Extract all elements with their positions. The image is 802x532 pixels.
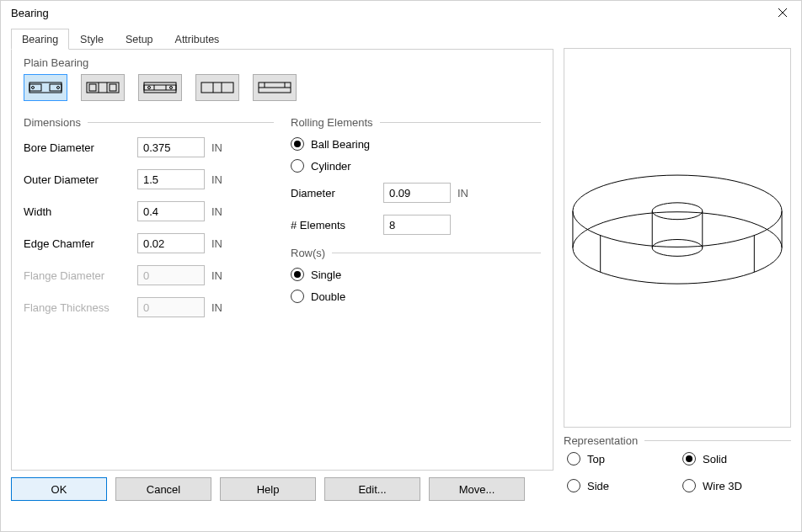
bearing-preview bbox=[564, 48, 791, 428]
svg-point-6 bbox=[57, 87, 60, 89]
flange-thickness-unit: IN bbox=[211, 301, 222, 314]
edge-chamfer-input[interactable] bbox=[137, 233, 205, 253]
repr-side-label: Side bbox=[587, 480, 609, 492]
roller-bearing-icon bbox=[143, 79, 177, 96]
radio-icon bbox=[682, 479, 696, 492]
bearing-type-plain[interactable] bbox=[24, 74, 67, 101]
move-button[interactable]: Move... bbox=[429, 477, 525, 501]
bearing-type-roller[interactable] bbox=[138, 74, 182, 101]
radio-icon bbox=[291, 268, 304, 281]
flange-diameter-unit: IN bbox=[211, 269, 222, 282]
rows-heading: Row(s) bbox=[291, 247, 325, 259]
svg-rect-8 bbox=[89, 84, 96, 91]
edge-chamfer-label: Edge Chamfer bbox=[24, 237, 137, 250]
width-unit: IN bbox=[211, 205, 222, 218]
repr-solid-radio[interactable]: Solid bbox=[682, 452, 788, 466]
edit-button[interactable]: Edit... bbox=[324, 477, 420, 501]
ball-bearing-radio[interactable]: Ball Bearing bbox=[291, 137, 541, 151]
repr-wire3d-radio[interactable]: Wire 3D bbox=[682, 479, 788, 492]
tab-panel-bearing: Plain Bearing bbox=[11, 50, 553, 471]
svg-point-29 bbox=[652, 239, 703, 256]
svg-point-5 bbox=[32, 87, 35, 89]
flange-diameter-label: Flange Diameter bbox=[24, 269, 137, 282]
window-title: Bearing bbox=[11, 7, 49, 19]
double-row-label: Double bbox=[311, 290, 345, 303]
tab-bar: Bearing Style Setup Attributes bbox=[11, 28, 553, 50]
svg-rect-18 bbox=[201, 82, 233, 93]
bore-label: Bore Diameter bbox=[24, 141, 137, 154]
radio-icon bbox=[567, 479, 580, 492]
element-count-input[interactable] bbox=[383, 215, 451, 235]
svg-point-28 bbox=[652, 203, 703, 220]
element-count-label: # Elements bbox=[291, 219, 383, 231]
tab-attributes[interactable]: Attributes bbox=[164, 29, 231, 50]
bearing-type-sealed[interactable] bbox=[81, 74, 125, 101]
rolling-diameter-input[interactable] bbox=[383, 183, 451, 203]
single-row-radio[interactable]: Single bbox=[291, 268, 541, 281]
double-row-radio[interactable]: Double bbox=[291, 290, 541, 303]
close-button[interactable] bbox=[764, 0, 801, 25]
ball-bearing-label: Ball Bearing bbox=[311, 138, 370, 151]
svg-rect-9 bbox=[110, 84, 116, 91]
repr-side-radio[interactable]: Side bbox=[567, 479, 672, 492]
width-input[interactable] bbox=[137, 201, 205, 221]
radio-icon bbox=[291, 159, 304, 173]
representation-heading: Representation bbox=[564, 434, 638, 447]
ok-button[interactable]: OK bbox=[11, 477, 107, 501]
radio-icon bbox=[682, 452, 696, 466]
flange-thickness-label: Flange Thickness bbox=[24, 301, 137, 314]
edge-chamfer-unit: IN bbox=[211, 237, 222, 250]
outer-diameter-unit: IN bbox=[211, 173, 222, 186]
repr-solid-label: Solid bbox=[703, 453, 727, 466]
rolling-elements-heading: Rolling Elements bbox=[291, 116, 373, 129]
repr-wire3d-label: Wire 3D bbox=[703, 480, 742, 492]
bearing-type-thrust[interactable] bbox=[253, 74, 297, 101]
cancel-button[interactable]: Cancel bbox=[115, 477, 211, 501]
dimensions-heading: Dimensions bbox=[24, 116, 81, 129]
outer-diameter-label: Outer Diameter bbox=[24, 173, 137, 186]
help-button[interactable]: Help bbox=[220, 477, 316, 501]
svg-rect-12 bbox=[144, 82, 176, 93]
bore-unit: IN bbox=[211, 141, 222, 154]
tab-bearing[interactable]: Bearing bbox=[11, 29, 69, 50]
svg-point-14 bbox=[148, 87, 151, 89]
radio-icon bbox=[567, 452, 580, 466]
bore-input[interactable] bbox=[137, 137, 205, 157]
rolling-diameter-unit: IN bbox=[457, 187, 468, 200]
width-label: Width bbox=[24, 205, 137, 218]
thrust-bearing-icon bbox=[258, 79, 291, 96]
bearing-3d-icon bbox=[564, 71, 790, 405]
close-icon bbox=[778, 8, 788, 18]
radio-icon bbox=[291, 290, 304, 303]
svg-point-15 bbox=[170, 87, 173, 89]
cylinder-label: Cylinder bbox=[311, 160, 351, 173]
rolling-diameter-label: Diameter bbox=[291, 187, 383, 200]
tab-setup[interactable]: Setup bbox=[115, 29, 164, 50]
plain-bearing-icon bbox=[29, 79, 62, 96]
repr-top-radio[interactable]: Top bbox=[567, 452, 672, 466]
svg-point-25 bbox=[573, 175, 782, 247]
sealed-bearing-icon bbox=[86, 79, 120, 96]
radio-icon bbox=[291, 137, 304, 151]
svg-rect-13 bbox=[144, 85, 176, 90]
tapered-bearing-icon bbox=[200, 79, 234, 96]
flange-thickness-input bbox=[137, 297, 205, 317]
outer-diameter-input[interactable] bbox=[137, 169, 205, 189]
flange-diameter-input bbox=[137, 265, 205, 285]
bearing-subtype-label: Plain Bearing bbox=[24, 56, 541, 69]
repr-top-label: Top bbox=[587, 453, 605, 466]
tab-style[interactable]: Style bbox=[69, 29, 115, 50]
bearing-type-tapered[interactable] bbox=[195, 74, 239, 101]
single-row-label: Single bbox=[311, 269, 341, 281]
cylinder-radio[interactable]: Cylinder bbox=[291, 159, 541, 173]
